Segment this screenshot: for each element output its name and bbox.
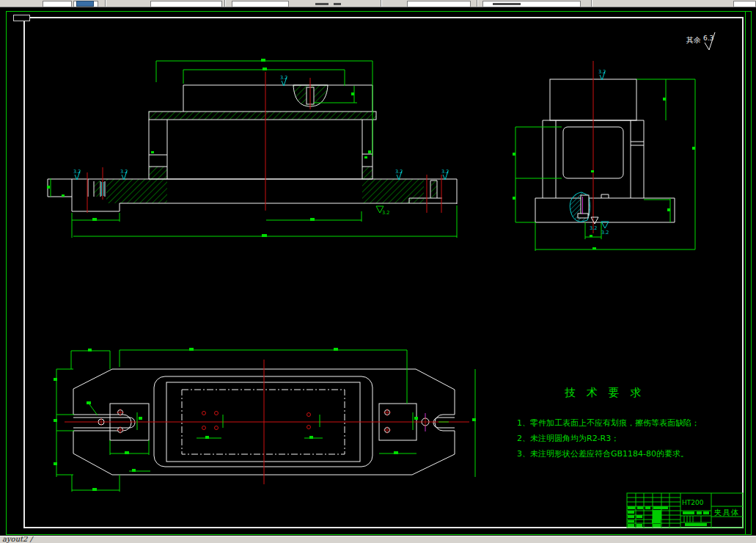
part-name-label: 夹具体 [714, 508, 740, 517]
top-toolbar[interactable] [0, 0, 756, 7]
toolbar-linetype-combo[interactable] [407, 1, 471, 7]
toolbar-button[interactable] [733, 1, 756, 7]
toolbar-separator [477, 0, 478, 7]
toolbar-separator [105, 0, 106, 7]
toolbar-separator [224, 0, 226, 7]
toolbar-button-group[interactable] [43, 1, 72, 7]
tech-req-item: 2、未注明圆角均为R2-R3； [517, 434, 619, 443]
tech-req-title: 技 术 要 求 [565, 386, 645, 399]
toolbar-separator [381, 0, 382, 7]
toolbar-glyph [334, 3, 341, 5]
material-label: HT200 [682, 499, 704, 506]
status-bar[interactable]: ayout2 / [0, 536, 756, 543]
tech-req-item: 1、零件加工表面上不应有划痕，擦伤等表面缺陷； [517, 418, 700, 428]
tech-req-item: 3、未注明形状公差应符合GB1184-80的要求。 [517, 449, 689, 459]
toolbar-color-combo[interactable] [232, 1, 289, 7]
bolt [581, 195, 589, 215]
svg-text:3.2: 3.2 [382, 210, 389, 216]
svg-text:3.2: 3.2 [601, 230, 609, 236]
toolbar-glyph [315, 3, 329, 5]
toolbar-combo-text [493, 3, 521, 5]
drawing-canvas[interactable]: 其余 6.3 [0, 7, 756, 536]
toolbar-separator [591, 0, 592, 7]
surface-note-label: 其余 [686, 36, 701, 44]
toolbar-layer-combo[interactable] [150, 1, 222, 7]
layout-tab-label[interactable]: ayout2 / [2, 536, 32, 543]
svg-text:3.2: 3.2 [590, 225, 597, 231]
layers-icon [76, 1, 94, 7]
